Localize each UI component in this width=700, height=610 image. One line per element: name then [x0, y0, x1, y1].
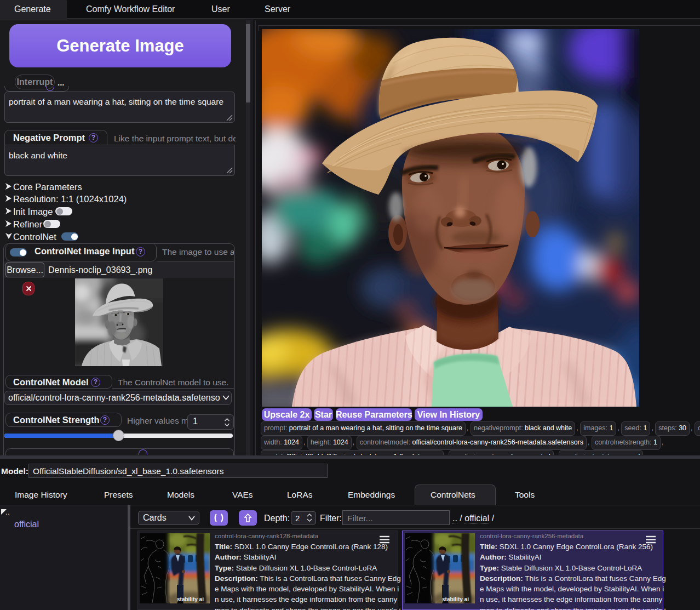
svg-text:stability ai: stability ai — [442, 596, 469, 602]
svg-text:stability ai: stability ai — [177, 596, 204, 602]
